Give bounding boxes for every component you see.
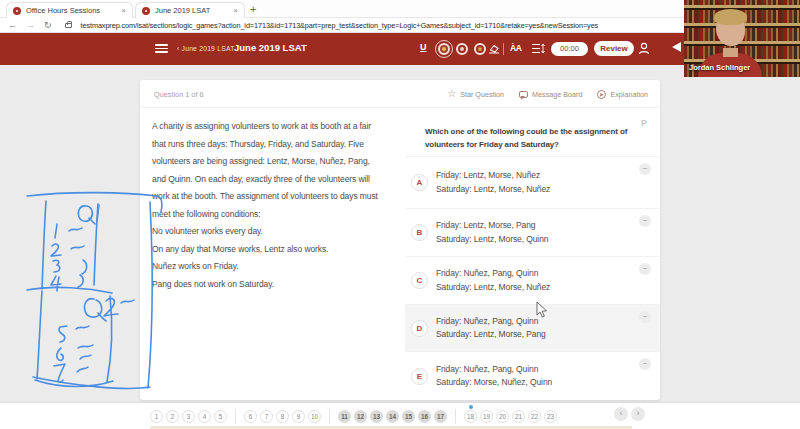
review-button[interactable]: Review [594, 41, 634, 56]
annotation-squiggle [76, 326, 89, 329]
back-icon[interactable]: ← [8, 20, 17, 30]
answer-row-c[interactable]: C Friday: Nuñez, Pang, Quinn Saturday: L… [405, 257, 660, 305]
annotation-q1-label [97, 205, 99, 221]
highlighter-color-swatch [478, 47, 482, 51]
page-circle-8[interactable]: 8 [276, 410, 289, 423]
page-circle-9[interactable]: 9 [292, 410, 305, 423]
annotation-squiggle [77, 367, 88, 372]
annotation-item-3 [53, 260, 60, 272]
annotation-squiggle [121, 300, 134, 303]
stem-line: Which one of the following could be the … [425, 125, 630, 138]
strike-answer-button[interactable]: − [639, 358, 651, 370]
passage-lines: A charity is assigning volunteers to wor… [152, 118, 422, 293]
answer-line: Friday: Lentz, Morse, Pang [436, 219, 548, 233]
question-card: Question 1 of 6 ☆ Star Question Message … [140, 80, 660, 400]
highlighter-orange-button[interactable] [474, 43, 486, 55]
page-circle-7[interactable]: 7 [260, 410, 273, 423]
webcam-overlay[interactable]: Jordan Schlinger [684, 0, 800, 77]
menu-icon[interactable] [155, 44, 168, 55]
answer-row-b[interactable]: B Friday: Lentz, Morse, Pang Saturday: L… [405, 209, 660, 257]
message-board-button[interactable]: Message Board [519, 90, 582, 99]
lock-icon [65, 23, 72, 28]
forward-icon[interactable]: → [26, 20, 35, 30]
answer-letter-badge[interactable]: A [411, 174, 428, 191]
page-circle-13[interactable]: 13 [370, 410, 383, 423]
answer-row-e[interactable]: E Friday: Nuñez, Pang, Quinn Saturday: M… [405, 352, 660, 400]
passage-line: work at the booth. The assignment of vol… [152, 188, 422, 206]
page-circle-18[interactable]: 18 [464, 410, 477, 423]
pin-icon[interactable]: P [641, 118, 647, 128]
page-circle-11[interactable]: 11 [338, 410, 351, 423]
presenter-hair [714, 9, 747, 25]
breadcrumb[interactable]: ‹ June 2019 LSAT [177, 45, 234, 52]
annotation-squiggle [78, 275, 83, 287]
page-circle-22[interactable]: 22 [528, 410, 541, 423]
webcam-name-label: Jordan Schlinger [689, 63, 750, 72]
font-size-tool-button[interactable]: ÀA [510, 43, 522, 53]
strike-answer-button[interactable]: − [639, 163, 651, 175]
prev-question-button[interactable]: ‹ [614, 407, 628, 421]
annotation-item-4 [51, 276, 61, 291]
new-tab-button[interactable]: + [250, 3, 256, 15]
explanation-button[interactable]: ▶ Explanation [597, 90, 648, 99]
page-group-divider [329, 409, 330, 424]
next-question-button[interactable]: › [631, 407, 645, 421]
page-circle-3[interactable]: 3 [182, 410, 195, 423]
page-circle-2[interactable]: 2 [166, 410, 179, 423]
timer-display: 00:00 [551, 42, 588, 56]
annotation-box-divider-stroke [27, 287, 112, 293]
collapse-webcam-icon[interactable] [672, 42, 681, 52]
account-icon[interactable] [638, 42, 650, 55]
line-spacing-icon[interactable] [531, 43, 545, 54]
page-circle-6[interactable]: 6 [244, 410, 257, 423]
highlighter-pink-button[interactable] [456, 43, 468, 55]
message-board-label: Message Board [532, 90, 582, 99]
question-stem: Which one of the following could be the … [405, 108, 660, 157]
annotation-q2-label [98, 313, 106, 321]
annotation-squiggle [78, 345, 93, 348]
answer-letter-badge[interactable]: C [411, 272, 428, 289]
page-circle-5[interactable]: 5 [214, 410, 227, 423]
question-progress: Question 1 of 6 [154, 90, 204, 99]
answer-column: Which one of the following could be the … [405, 108, 660, 400]
answer-letter-badge[interactable]: D [411, 320, 428, 337]
strike-answer-button[interactable]: − [639, 263, 651, 275]
page-circle-14[interactable]: 14 [386, 410, 399, 423]
page-circle-4[interactable]: 4 [198, 410, 211, 423]
answer-line: Friday: Lentz, Morse, Nuñez [436, 169, 550, 183]
page-circle-17[interactable]: 17 [434, 410, 447, 423]
passage-line: On any day that Morse works, Lentz also … [152, 241, 422, 259]
highlighter-yellow-button[interactable] [438, 43, 450, 55]
page-circle-23[interactable]: 23 [544, 410, 557, 423]
page-circle-15[interactable]: 15 [402, 410, 415, 423]
eraser-icon[interactable] [488, 43, 500, 54]
tab-close-icon[interactable]: × [121, 7, 126, 15]
star-icon: ☆ [447, 89, 456, 99]
page-circle-12[interactable]: 12 [354, 410, 367, 423]
answer-row-a[interactable]: A Friday: Lentz, Morse, Nuñez Saturday: … [405, 157, 660, 209]
page-circle-16[interactable]: 16 [418, 410, 431, 423]
page-circle-1[interactable]: 1 [150, 410, 163, 423]
answer-row-d[interactable]: D Friday: Nuñez, Pang, Quinn Saturday: L… [405, 305, 660, 352]
annotation-q2-bottom-stroke [35, 380, 113, 387]
tab-close-icon[interactable]: × [233, 7, 238, 15]
page-circle-21[interactable]: 21 [512, 410, 525, 423]
reload-icon[interactable]: ↻ [44, 20, 52, 30]
annotation-q2-left-stroke [37, 291, 42, 379]
underline-tool-button[interactable]: U [420, 42, 427, 52]
star-question-label: Star Question [460, 90, 504, 99]
annotation-item-7 [54, 364, 65, 382]
answer-letter-badge[interactable]: E [411, 368, 428, 385]
url-field[interactable]: testmaxprep.com/lsat/sections/logic_game… [81, 21, 599, 30]
annotation-squiggle [71, 246, 84, 249]
strike-answer-button[interactable]: − [639, 215, 651, 227]
star-question-button[interactable]: ☆ Star Question [447, 89, 504, 99]
page-circle-19[interactable]: 19 [480, 410, 493, 423]
answer-letter-badge[interactable]: B [411, 224, 428, 241]
tab-june-2019-lsat[interactable]: June 2019 LSAT × [135, 2, 245, 18]
testmax-favicon [13, 7, 21, 15]
strike-answer-button[interactable]: − [639, 311, 651, 323]
tab-office-hours-sessions[interactable]: Office Hours Sessions × [6, 2, 133, 18]
page-circle-20[interactable]: 20 [496, 410, 509, 423]
page-circle-10[interactable]: 10 [308, 410, 321, 423]
